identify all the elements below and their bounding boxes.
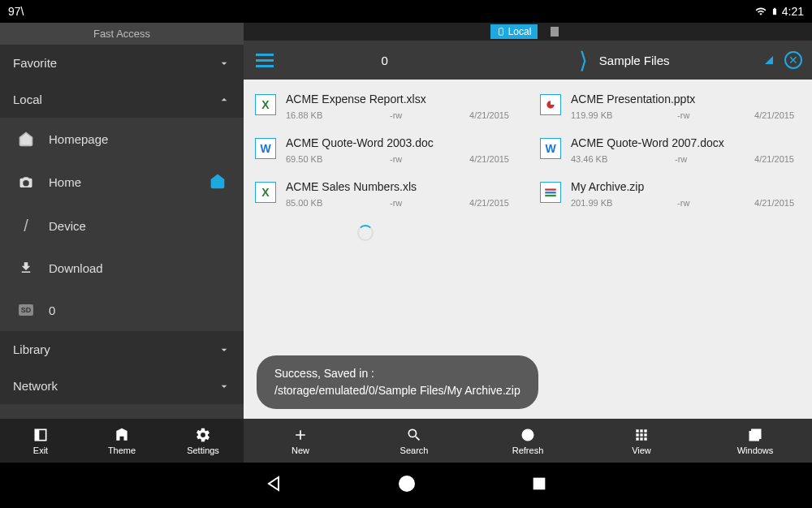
sidebar-item-label: Device [49, 219, 86, 233]
windows-button[interactable]: Windows [698, 419, 812, 463]
back-button[interactable] [264, 474, 283, 497]
svg-point-9 [400, 476, 414, 491]
file-row[interactable]: XACME Sales Numbers.xls85.00 KB-rw4/21/2… [255, 175, 516, 219]
toast-line1: Success, Saved in : [274, 365, 520, 382]
action-bar-left: Exit Theme Settings [0, 419, 244, 463]
sidebar-section-library[interactable]: Library [0, 331, 244, 368]
file-perm: -rw [677, 198, 689, 208]
toast-line2: /storage/emulated/0/Sample Files/My Arch… [274, 382, 520, 399]
toast-message: Success, Saved in : /storage/emulated/0/… [257, 355, 538, 409]
battery-icon [771, 5, 779, 18]
file-name: ACME Presentation.pptx [571, 93, 801, 105]
tab-local[interactable]: Local [490, 24, 538, 39]
top-tabs: Local [244, 23, 812, 41]
expand-icon[interactable] [765, 56, 773, 64]
sidebar-item-label: Download [49, 261, 103, 275]
file-row[interactable]: WACME Quote-Word 2007.docx43.46 KB-rw4/2… [540, 131, 801, 175]
file-row[interactable]: WACME Quote-Word 2003.doc69.50 KB-rw4/21… [255, 131, 516, 175]
status-time: 4:21 [782, 5, 804, 18]
file-type-icon: X [255, 94, 276, 115]
sidebar-item-sd[interactable]: SD 0 [0, 289, 244, 331]
separator-icon: ⟩ [579, 47, 588, 74]
file-row[interactable]: My Archive.zip201.99 KB-rw4/21/2015 [540, 175, 801, 219]
sidebar-item-label: 0 [49, 304, 55, 317]
new-button[interactable]: New [244, 419, 357, 463]
slash-icon: / [18, 217, 34, 234]
sidebar-item-device[interactable]: / Device [0, 204, 244, 247]
doc-icon [551, 27, 559, 37]
svg-rect-1 [545, 189, 556, 191]
svg-point-6 [522, 429, 533, 440]
file-size: 69.50 KB [286, 154, 322, 164]
file-perm: -rw [675, 154, 687, 164]
file-row[interactable]: XACME Expense Report.xlsx16.88 KB-rw4/21… [255, 88, 516, 131]
view-button[interactable]: View [585, 419, 698, 463]
hamburger-button[interactable] [244, 54, 286, 67]
theme-button[interactable]: Theme [81, 419, 162, 463]
file-name: My Archive.zip [571, 180, 801, 193]
recent-button[interactable] [530, 475, 548, 496]
file-size: 16.88 KB [286, 110, 322, 120]
chevron-down-icon [218, 380, 231, 393]
sidebar-item-homepage[interactable]: Homepage [0, 118, 244, 160]
camera-icon [18, 174, 34, 191]
status-right: 4:21 [754, 5, 804, 18]
svg-rect-10 [534, 479, 545, 489]
file-size: 85.00 KB [286, 198, 322, 208]
close-button[interactable]: ✕ [784, 51, 802, 69]
crumb-root: 0 [381, 54, 387, 67]
file-perm: -rw [390, 110, 402, 120]
file-size: 201.99 KB [571, 198, 612, 208]
file-name: ACME Quote-Word 2007.docx [571, 136, 801, 149]
breadcrumb[interactable]: 0 ⟩ Sample Files [286, 47, 765, 74]
android-nav-bar [0, 463, 812, 508]
action-label: Search [400, 446, 429, 455]
file-perm: -rw [390, 198, 402, 208]
file-size: 43.46 KB [571, 154, 607, 164]
home-button[interactable] [397, 474, 417, 497]
tab-doc[interactable] [544, 25, 565, 38]
sidebar-section-favorite[interactable]: Favorite [0, 45, 244, 81]
search-button[interactable]: Search [357, 419, 471, 463]
sidebar-title: Fast Access [0, 23, 244, 45]
sidebar-section-label: Local [13, 93, 42, 106]
sidebar-item-home[interactable]: Home [0, 160, 244, 204]
action-label: New [292, 446, 309, 455]
svg-rect-0 [499, 28, 503, 35]
refresh-button[interactable]: Refresh [471, 419, 585, 463]
svg-rect-8 [749, 431, 758, 440]
file-type-icon: W [255, 138, 276, 159]
file-type-icon: X [255, 182, 276, 203]
sidebar-section-network[interactable]: Network [0, 368, 244, 404]
action-label: Refresh [512, 446, 544, 455]
home-outline-icon [18, 131, 34, 147]
file-date: 4/21/2015 [754, 110, 794, 120]
action-label: Windows [737, 446, 774, 455]
file-type-icon [540, 94, 561, 115]
sidebar-section-local[interactable]: Local [0, 81, 244, 118]
sidebar-item-download[interactable]: Download [0, 247, 244, 289]
sidebar-section-label: Network [13, 379, 58, 393]
svg-rect-2 [545, 192, 556, 193]
file-name: ACME Sales Numbers.xls [286, 180, 516, 193]
download-icon [18, 260, 34, 276]
sidebar-item-label: Home [49, 175, 81, 189]
exit-button[interactable]: Exit [0, 419, 81, 463]
file-row[interactable]: ACME Presentation.pptx119.99 KB-rw4/21/2… [540, 88, 801, 131]
file-date: 4/21/2015 [469, 198, 509, 208]
settings-button[interactable]: Settings [162, 419, 244, 463]
chevron-down-icon [218, 57, 231, 70]
file-name: ACME Quote-Word 2003.doc [286, 136, 516, 149]
file-size: 119.99 KB [571, 110, 612, 120]
file-date: 4/21/2015 [469, 110, 509, 120]
action-label: View [632, 446, 651, 455]
action-bar-right: New Search Refresh View Windows [244, 419, 812, 463]
chevron-down-icon [218, 343, 231, 356]
file-name: ACME Expense Report.xlsx [286, 93, 516, 105]
file-perm: -rw [677, 110, 689, 120]
sidebar-section-label: Favorite [13, 56, 57, 70]
loading-spinner [357, 225, 374, 241]
action-label: Exit [33, 446, 48, 455]
file-type-icon: W [540, 138, 561, 159]
sidebar-item-label: Homepage [49, 132, 108, 146]
